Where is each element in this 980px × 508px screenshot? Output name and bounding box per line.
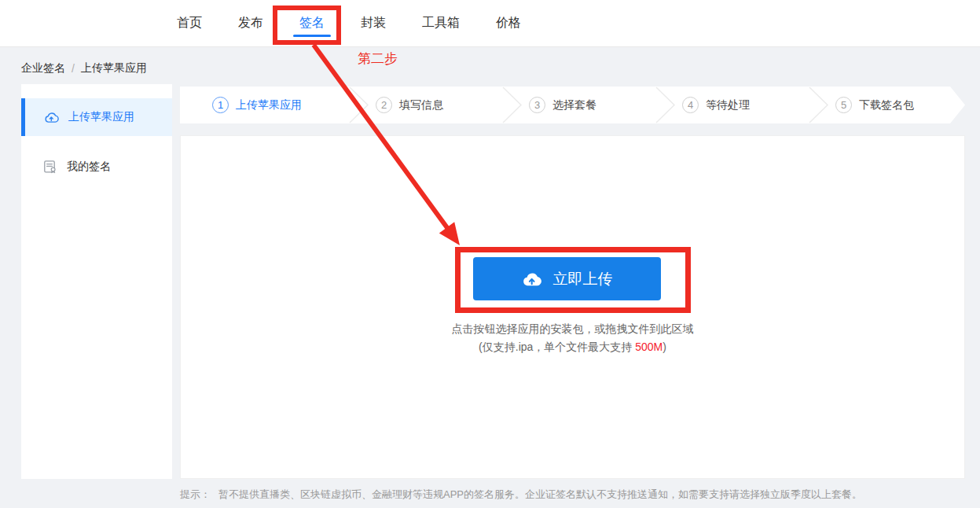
step-number-circle: 5 xyxy=(835,97,852,113)
sidebar: 上传苹果应用 我的签名 xyxy=(21,84,172,479)
step-label: 下载签名包 xyxy=(859,98,914,112)
step-number-circle: 3 xyxy=(529,97,545,113)
max-size-value: 500M xyxy=(635,341,663,353)
annotation-button-highlight-box: 立即上传 xyxy=(455,247,691,313)
top-navbar: 首页 发布 签名 封装 工具箱 价格 xyxy=(0,0,980,47)
wizard-step-1-upload: 1 上传苹果应用 xyxy=(180,87,359,123)
step-number-circle: 1 xyxy=(212,97,229,113)
step-number-circle: 4 xyxy=(682,97,699,113)
footer-tip-label: 提示： xyxy=(180,488,211,500)
footer-tip-text: 暂不提供直播类、区块链虚拟币、金融理财等违规APP的签名服务。企业证签名默认不支… xyxy=(218,488,862,500)
step-label: 选择套餐 xyxy=(552,98,596,112)
cloud-upload-icon xyxy=(521,271,542,287)
nav-item-home[interactable]: 首页 xyxy=(177,0,202,47)
step-label: 填写信息 xyxy=(399,98,443,112)
sidebar-item-upload-apple-app[interactable]: 上传苹果应用 xyxy=(21,98,172,136)
breadcrumb-separator: / xyxy=(72,62,75,75)
signature-doc-icon xyxy=(43,160,57,174)
annotation-step-text: 第二步 xyxy=(358,50,398,68)
upload-hint: 点击按钮选择应用的安装包，或拖拽文件到此区域 (仅支持.ipa，单个文件最大支持… xyxy=(452,320,694,356)
nav-item-toolbox[interactable]: 工具箱 xyxy=(422,0,460,47)
upload-dropzone[interactable]: 立即上传 点击按钮选择应用的安装包，或拖拽文件到此区域 (仅支持.ipa，单个文… xyxy=(180,135,965,479)
wizard-step-5-download-package: 5 下载签名包 xyxy=(819,87,965,123)
upload-hint-line1: 点击按钮选择应用的安装包，或拖拽文件到此区域 xyxy=(452,320,694,338)
upload-hint-line2: (仅支持.ipa，单个文件最大支持 500M) xyxy=(452,338,694,356)
step-number-circle: 2 xyxy=(376,97,392,113)
breadcrumb: 企业签名 / 上传苹果应用 xyxy=(21,61,147,75)
step-label: 上传苹果应用 xyxy=(236,98,302,112)
footer-tip: 提示：暂不提供直播类、区块链虚拟币、金融理财等违规APP的签名服务。企业证签名默… xyxy=(180,488,862,502)
breadcrumb-section[interactable]: 企业签名 xyxy=(21,61,65,75)
nav-item-package[interactable]: 封装 xyxy=(361,0,386,47)
sidebar-item-label: 上传苹果应用 xyxy=(68,110,134,124)
wizard-step-3-choose-plan: 3 选择套餐 xyxy=(512,87,666,123)
step-label: 等待处理 xyxy=(706,98,750,112)
wizard-step-4-wait-processing: 4 等待处理 xyxy=(666,87,819,123)
breadcrumb-current: 上传苹果应用 xyxy=(81,61,147,75)
wizard-step-2-fill-info: 2 填写信息 xyxy=(359,87,512,123)
upload-now-button-label: 立即上传 xyxy=(553,269,613,289)
sidebar-item-label: 我的签名 xyxy=(67,160,111,174)
nav-item-publish[interactable]: 发布 xyxy=(238,0,263,47)
upload-now-button[interactable]: 立即上传 xyxy=(473,257,661,300)
cloud-upload-icon xyxy=(43,111,59,123)
nav-item-sign[interactable]: 签名 xyxy=(299,0,325,47)
step-wizard: 1 上传苹果应用 2 填写信息 3 选择套餐 4 等待处理 5 下载签名包 xyxy=(180,87,965,123)
sidebar-item-my-signatures[interactable]: 我的签名 xyxy=(21,148,172,186)
nav-item-price[interactable]: 价格 xyxy=(496,0,521,47)
